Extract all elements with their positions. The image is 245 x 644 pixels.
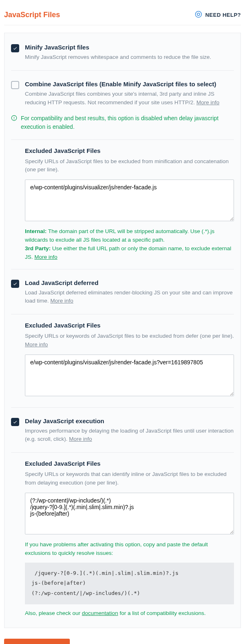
need-help-link[interactable]: NEED HELP?	[195, 11, 241, 19]
combine-desc: Combine JavaScript files combines your s…	[25, 90, 234, 107]
documentation-link[interactable]: documentation	[82, 610, 118, 616]
divider	[11, 139, 234, 140]
combine-more-info-link[interactable]: More info	[196, 99, 219, 105]
default-exclusions-code: /jquery-?[0-9.](.*)(.min|.slim|.slim.min…	[25, 563, 234, 604]
excluded1-desc: Specify URLs of JavaScript files to be e…	[25, 157, 234, 174]
divider	[11, 407, 234, 408]
option-delay: Delay JavaScript execution Improves perf…	[11, 415, 234, 449]
settings-panel: Minify JavaScript files Minify JavaScrip…	[4, 33, 241, 628]
save-changes-button[interactable]: SAVE CHANGES	[4, 639, 70, 644]
page-header: JavaScript Files NEED HELP?	[4, 4, 241, 25]
option-minify: Minify JavaScript files Minify JavaScrip…	[11, 41, 234, 67]
option-combine: Combine JavaScript files (Enable Minify …	[11, 78, 234, 112]
excluded1-note: Internal: The domain part of the URL wil…	[25, 227, 234, 262]
option-defer: Load JavaScript deferred Load JavaScript…	[11, 277, 234, 311]
excluded1-textarea[interactable]	[25, 180, 234, 221]
check-icon	[13, 281, 18, 286]
excluded1-more-info-link[interactable]: More info	[34, 254, 57, 260]
svg-point-4	[14, 119, 14, 119]
info-icon	[11, 115, 18, 131]
divider	[11, 70, 234, 71]
defer-desc: Load JavaScript deferred eliminates rend…	[25, 289, 234, 305]
excluded2-desc: Specify URLs or keywords of JavaScript f…	[25, 332, 234, 349]
excluded-defer-section: Excluded JavaScript Files Specify URLs o…	[11, 322, 234, 397]
help-icon	[195, 11, 202, 19]
divider	[11, 269, 234, 269]
excluded2-title: Excluded JavaScript Files	[25, 322, 234, 329]
minify-title: Minify JavaScript files	[25, 44, 234, 51]
excluded3-title: Excluded JavaScript Files	[25, 460, 234, 467]
delay-checkbox[interactable]	[11, 418, 19, 426]
svg-point-1	[197, 13, 200, 16]
delay-more-info-link[interactable]: More info	[69, 436, 92, 442]
defer-more-info-link[interactable]: More info	[50, 298, 73, 304]
excluded2-textarea[interactable]	[25, 355, 234, 396]
svg-point-0	[195, 11, 201, 18]
excluded-minify-section: Excluded JavaScript Files Specify URLs o…	[11, 147, 234, 262]
minify-checkbox[interactable]	[11, 44, 19, 52]
excluded3-textarea[interactable]	[25, 493, 234, 534]
excluded3-note1: If you have problems after activating th…	[25, 541, 234, 558]
divider	[11, 314, 234, 314]
excluded1-title: Excluded JavaScript Files	[25, 147, 234, 154]
delay-title: Delay JavaScript execution	[25, 417, 234, 424]
combine-checkbox[interactable]	[11, 81, 19, 89]
delay-desc: Improves performance by delaying the loa…	[25, 427, 234, 444]
minify-desc: Minify JavaScript removes whitespace and…	[25, 53, 234, 61]
excluded3-desc: Specify URLs or keywords that can identi…	[25, 470, 234, 487]
page-title: JavaScript Files	[4, 11, 60, 19]
divider	[11, 452, 234, 453]
check-icon	[13, 420, 18, 424]
defer-title: Load JavaScript deferred	[25, 279, 234, 286]
need-help-label: NEED HELP?	[205, 12, 241, 18]
excluded3-note2: Also, please check our documentation for…	[25, 609, 234, 618]
excluded-delay-section: Excluded JavaScript Files Specify URLs o…	[11, 460, 234, 617]
combine-title: Combine JavaScript files (Enable Minify …	[25, 81, 234, 88]
excluded2-more-info-link[interactable]: More info	[25, 341, 48, 348]
defer-checkbox[interactable]	[11, 280, 19, 288]
combine-disabled-note: For compatibility and best results, this…	[11, 112, 234, 136]
check-icon	[13, 46, 18, 51]
